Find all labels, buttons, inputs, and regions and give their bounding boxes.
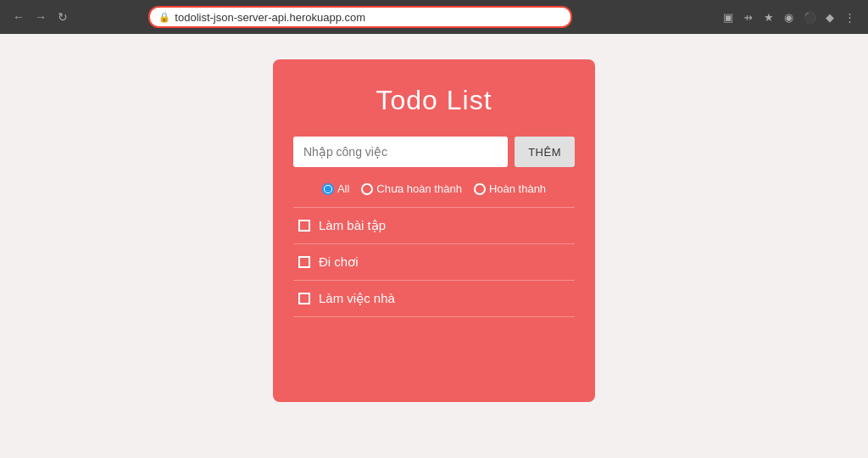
extensions-icon[interactable]: ◆: [822, 9, 837, 25]
todo-list: Làm bài tập Đi chơi Làm việc nhà: [293, 207, 575, 317]
shield-icon[interactable]: ◉: [782, 9, 797, 25]
todo-checkbox-1[interactable]: [298, 220, 310, 232]
profile-icon[interactable]: ⚫: [802, 9, 817, 25]
bookmark-icon[interactable]: ★: [761, 9, 776, 25]
lock-icon: 🔒: [159, 12, 170, 23]
reload-button[interactable]: ↻: [54, 8, 71, 25]
apps-icon[interactable]: ⇸: [741, 9, 756, 25]
todo-item: Đi chơi: [293, 244, 575, 281]
todo-input[interactable]: [293, 137, 508, 167]
todo-text-1: Làm bài tập: [319, 218, 386, 233]
back-button[interactable]: ←: [10, 8, 27, 25]
url-text: todolist-json-server-api.herokuapp.com: [175, 11, 365, 24]
page-content: Todo List THÊM All Chưa hoàn thành Hoàn …: [0, 34, 868, 458]
todo-checkbox-2[interactable]: [298, 256, 310, 268]
radio-done-icon: [474, 183, 486, 195]
nav-buttons: ← → ↻: [10, 8, 71, 25]
filter-all-label: All: [337, 182, 349, 195]
browser-chrome: ← → ↻ 🔒 todolist-json-server-api.herokua…: [0, 0, 868, 34]
todo-text-2: Đi chơi: [319, 254, 359, 270]
todo-text-3: Làm việc nhà: [319, 291, 395, 306]
filter-incomplete[interactable]: Chưa hoàn thành: [361, 182, 462, 195]
add-button[interactable]: THÊM: [515, 137, 575, 167]
menu-icon[interactable]: ⋮: [843, 9, 858, 25]
radio-all-icon: [322, 183, 334, 195]
screen-icon[interactable]: ▣: [721, 9, 736, 25]
empty-space: [293, 317, 575, 402]
todo-item: Làm bài tập: [293, 208, 575, 244]
radio-incomplete-icon: [361, 183, 373, 195]
filter-done[interactable]: Hoàn thành: [474, 182, 546, 195]
filter-incomplete-label: Chưa hoàn thành: [376, 182, 462, 195]
filter-all[interactable]: All: [322, 182, 349, 195]
filter-done-label: Hoàn thành: [489, 182, 546, 195]
forward-button[interactable]: →: [32, 8, 49, 25]
todo-item: Làm việc nhà: [293, 281, 575, 317]
input-row: THÊM: [293, 137, 575, 167]
filter-row: All Chưa hoàn thành Hoàn thành: [293, 182, 575, 195]
todo-checkbox-3[interactable]: [298, 293, 310, 304]
app-title: Todo List: [293, 85, 575, 116]
address-bar[interactable]: 🔒 todolist-json-server-api.herokuapp.com: [148, 6, 572, 28]
browser-actions: ▣ ⇸ ★ ◉ ⚫ ◆ ⋮: [721, 9, 858, 25]
todo-card: Todo List THÊM All Chưa hoàn thành Hoàn …: [273, 59, 595, 402]
